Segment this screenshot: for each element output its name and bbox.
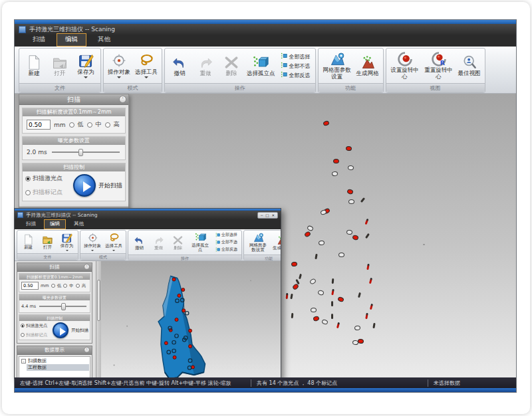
resolution-input[interactable]	[21, 282, 39, 290]
scan-mode-radio-row[interactable]: 扫描标记点	[25, 188, 73, 197]
stack-button-2[interactable]: 全部不选	[215, 239, 237, 245]
marker-point-ring	[346, 229, 352, 235]
resolution-radio-3[interactable]	[105, 122, 110, 128]
scan-mode-radio-row[interactable]: 扫描激光点	[25, 174, 73, 183]
open-folder-button: 打开	[48, 54, 72, 78]
resolution-radio-1[interactable]	[69, 122, 74, 128]
tree-item-1[interactable]: -扫描数据	[20, 358, 89, 364]
scan-mode-radio-row[interactable]: 扫描激光点	[21, 323, 53, 329]
target-button[interactable]: 操作对象	[82, 232, 102, 251]
best-view-button[interactable]: 最佳视图	[457, 54, 482, 78]
stack-button-2[interactable]: 全部不选	[281, 62, 311, 70]
window-controls: ─□✕	[257, 212, 278, 219]
isolated-points-button[interactable]: 选择孤立点	[245, 54, 277, 78]
tab-3[interactable]: 其他	[89, 33, 119, 47]
slider-thumb[interactable]	[61, 303, 66, 310]
resolution-radio-1[interactable]	[51, 284, 55, 288]
set-rotation-button[interactable]: 设置旋转中心	[389, 51, 421, 81]
stack-mini-icon	[215, 247, 220, 253]
marker-point-red	[357, 338, 364, 344]
generate-mesh-button[interactable]: 生成网格	[271, 234, 281, 251]
button-label: 选择工具	[135, 69, 158, 76]
scan-mode-radio-row[interactable]: 扫描标记点	[21, 332, 53, 338]
scan-panel-header[interactable]: 扫描˄	[19, 94, 128, 105]
scan-panel-header[interactable]: 扫描˄	[17, 263, 92, 272]
scan-mode-radio-1[interactable]	[21, 324, 25, 328]
stack-button-3[interactable]: 全部反选	[215, 247, 237, 253]
lasso-button[interactable]: 选择工具	[104, 232, 124, 251]
tree-item-label: 工程数据	[28, 364, 47, 371]
tab-1[interactable]: 扫描	[20, 219, 42, 229]
laser-sliver	[315, 254, 317, 259]
start-scan-button[interactable]	[73, 174, 96, 197]
tab-3[interactable]: 其他	[68, 219, 90, 229]
open-folder-button[interactable]: 打开	[39, 233, 57, 251]
ribbon-group-label: 文件	[17, 253, 78, 260]
slider-thumb[interactable]	[78, 149, 83, 156]
vertical-scrollbar[interactable]	[96, 261, 101, 378]
laser-sliver-red	[331, 289, 334, 295]
lasso-button[interactable]: 选择工具	[134, 52, 159, 79]
scan-mode-radio-2[interactable]	[21, 333, 25, 337]
exposure-slider[interactable]	[38, 302, 88, 310]
target-icon	[87, 233, 98, 244]
resolution-radio-3[interactable]	[76, 284, 80, 288]
start-scan-button[interactable]	[53, 322, 68, 338]
new-file-button[interactable]: 新建	[22, 54, 46, 78]
collapse-button[interactable]: ˄	[84, 347, 90, 353]
resolution-input[interactable]	[27, 120, 51, 130]
exposure-header: 曝光参数设置	[19, 294, 90, 300]
save-as-icon	[78, 53, 94, 69]
scan-control-header: 扫描控制	[23, 163, 125, 171]
chevron-down-icon	[117, 76, 121, 78]
inset-titlebar[interactable]: 手持激光三维扫描仪 -- Scaning ─□✕	[15, 211, 281, 219]
exposure-slider[interactable]	[51, 148, 121, 156]
resolution-radio-2[interactable]	[87, 122, 92, 128]
laser-sliver	[299, 274, 302, 280]
save-as-button[interactable]: 保存为	[58, 232, 76, 251]
minimize-icon[interactable]: ─	[261, 213, 263, 218]
tab-1[interactable]: 扫描	[24, 33, 54, 47]
tab-2[interactable]: 编辑	[44, 219, 66, 229]
resolution-radio-label: 中	[96, 120, 102, 129]
inset-ribbon-tabs: 扫描编辑其他	[15, 219, 281, 229]
reset-rotation-button[interactable]: R重置旋转中心	[423, 51, 455, 81]
scan-panel-title: 扫描	[50, 264, 60, 270]
exposure-value: 2.0 ms	[27, 149, 47, 156]
new-file-button[interactable]: 新建	[19, 233, 37, 251]
resolution-radio-2[interactable]	[63, 284, 67, 288]
delete-icon	[172, 235, 184, 246]
close-icon[interactable]: ✕	[271, 213, 275, 218]
generate-mesh-button[interactable]: 生成网格	[355, 54, 380, 78]
maximize-icon[interactable]: □	[265, 213, 269, 218]
stack-button-1[interactable]: 全部选择	[215, 232, 237, 238]
isolated-points-button[interactable]: 选择孤立点	[188, 231, 212, 254]
mesh-settings-button[interactable]: 网格面参数设置	[246, 231, 270, 254]
scan-mode-label: 扫描标记点	[33, 188, 63, 197]
scan-mode-radio-2[interactable]	[25, 190, 31, 195]
stack-button-3[interactable]: 全部反选	[281, 71, 311, 79]
tab-2[interactable]: 编辑	[57, 33, 86, 47]
collapse-button[interactable]: ˄	[119, 96, 126, 103]
undo-button[interactable]: 撤销	[130, 234, 148, 251]
mesh-settings-button[interactable]: 网格面参数设置	[321, 51, 353, 81]
inset-data-panel: 数据显示 ˄ -扫描数据工程数据	[17, 346, 92, 378]
tree-item-2[interactable]: 工程数据	[27, 364, 89, 371]
collapse-button[interactable]: ˄	[84, 264, 90, 270]
scrollbar-thumb[interactable]	[97, 280, 100, 321]
debris-speck	[114, 365, 115, 366]
inset-viewport-3d[interactable]	[101, 261, 281, 378]
stack-button-1[interactable]: 全部选择	[281, 52, 311, 60]
tree-expander-icon[interactable]: -	[21, 359, 26, 364]
ribbon-group-label: 模式	[80, 253, 126, 260]
target-button[interactable]: 操作对象	[106, 52, 132, 79]
marker-point-ring	[320, 209, 327, 216]
undo-button[interactable]: 撤销	[168, 54, 192, 78]
stack-mini-icon	[281, 52, 287, 60]
marker-point-red	[337, 296, 344, 303]
scan-mode-radio-1[interactable]	[25, 176, 31, 181]
button-label: 删除	[226, 70, 237, 77]
resolution-section: 扫描解析度设置0.1mm～2mmmm低中高	[22, 108, 126, 134]
save-as-button[interactable]: 保存为	[74, 52, 98, 79]
inset-data-panel-header[interactable]: 数据显示 ˄	[17, 346, 92, 355]
